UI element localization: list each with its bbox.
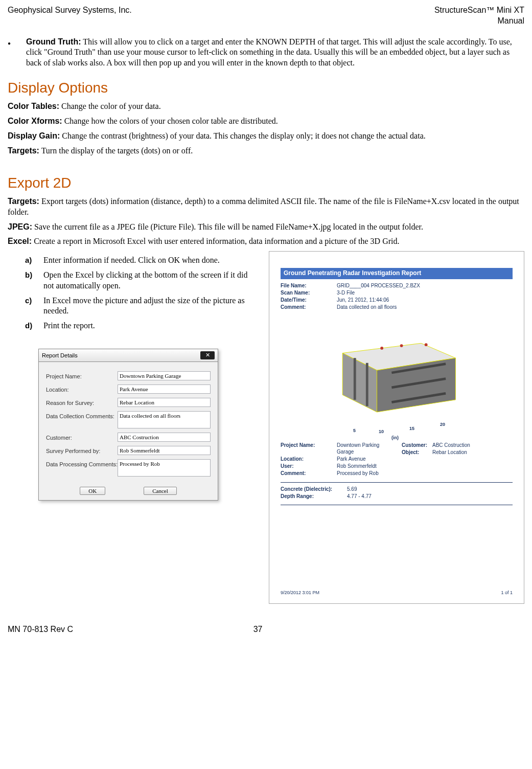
targets-display-label: Targets: [8, 146, 39, 155]
color-xforms-text: Change how the colors of your chosen col… [62, 117, 278, 125]
report-footer-date: 9/20/2012 3:01 PM [281, 590, 319, 596]
display-gain-label: Display Gain: [8, 131, 60, 140]
report-footer: 9/20/2012 3:01 PM 1 of 1 [281, 590, 513, 596]
dialog-titlebar: Report Details ✕ [39, 349, 218, 362]
ground-truth-text: Ground Truth: This will allow you to cli… [26, 37, 524, 69]
performed-by-input[interactable] [118, 446, 211, 455]
excel-report-preview: Ground Penetrating Radar Investigation R… [269, 251, 524, 604]
dialog-body: Project Name: Location: Reason for Surve… [39, 362, 218, 484]
axis-unit: (in) [391, 435, 399, 441]
analysis-depth: Depth Range:4.77 - 4.77 [281, 493, 513, 500]
meta-file-name: File Name:GRID____004 PROCESSED_2.BZX [281, 282, 513, 289]
field-performed-by: Survey Performed by: [46, 446, 211, 455]
page-footer: MN 70-813 Rev C 37 [8, 624, 524, 635]
svg-point-10 [425, 343, 428, 346]
ground-truth-bullet: ● Ground Truth: This will allow you to c… [8, 37, 524, 69]
proj-user: User:Rob Sommerfeldt [281, 463, 391, 469]
project-name-input[interactable] [118, 371, 211, 380]
dialog-buttons: OK Cancel [39, 484, 218, 500]
proc-comments-label: Data Processing Comments: [46, 459, 118, 468]
step-c-marker: c) [25, 296, 43, 317]
display-gain-text: Change the contrast (brightness) of your… [60, 131, 426, 140]
meta-scan-name: Scan Name:3-D File [281, 289, 513, 296]
header-left: Geophysical Survey Systems, Inc. [8, 5, 132, 27]
cancel-button[interactable]: Cancel [144, 487, 177, 495]
data-comments-label: Data Collection Comments: [46, 411, 118, 420]
step-d: d)Print the report. [25, 321, 259, 331]
customer-input[interactable] [118, 433, 211, 442]
color-xforms-para: Color Xforms: Change how the colors of y… [8, 116, 524, 127]
ground-truth-label: Ground Truth: [26, 37, 81, 46]
proj-customer: Customer:ABC Costruction [402, 442, 513, 448]
step-d-text: Print the report. [43, 321, 259, 331]
axis-tick-15: 15 [409, 426, 414, 432]
reason-input[interactable] [118, 398, 211, 407]
location-input[interactable] [118, 384, 211, 394]
field-data-comments: Data Collection Comments:Data collected … [46, 411, 211, 428]
location-label: Location: [46, 384, 118, 393]
dialog-title-text: Report Details [42, 352, 78, 359]
color-tables-text: Change the color of your data. [59, 102, 161, 110]
export-targets-text: Export targets (dots) information (dista… [8, 197, 519, 216]
footer-doc-id: MN 70-813 Rev C [8, 624, 73, 635]
meta-date-time: Date/Time:Jun, 21 2012, 11:44:06 [281, 297, 513, 303]
targets-display-para: Targets: Turn the display of the targets… [8, 146, 524, 156]
color-tables-label: Color Tables: [8, 102, 59, 110]
axis-tick-10: 10 [379, 429, 384, 435]
bullet-dot-icon: ● [8, 37, 26, 69]
export-jpeg-text: Save the current file as a JPEG file (Pi… [32, 222, 423, 231]
display-gain-para: Display Gain: Change the contrast (brigh… [8, 131, 524, 142]
axis-tick-5: 5 [353, 428, 356, 434]
customer-label: Customer: [46, 433, 118, 441]
export-2d-heading: Export 2D [8, 174, 524, 192]
field-customer: Customer: [46, 433, 211, 442]
export-targets-label: Targets: [8, 197, 39, 206]
data-comments-input[interactable]: Data collected on all floors [118, 411, 211, 428]
color-xforms-label: Color Xforms: [8, 117, 62, 125]
proj-location: Location:Park Avenue [281, 456, 391, 462]
export-targets-para: Targets: Export targets (dots) informati… [8, 196, 524, 218]
page-header: Geophysical Survey Systems, Inc. Structu… [8, 5, 524, 27]
step-a-text: Enter information if needed. Click on OK… [43, 255, 259, 266]
display-options-heading: Display Options [8, 79, 524, 97]
ok-button[interactable]: OK [80, 487, 105, 495]
report-details-dialog: Report Details ✕ Project Name: Location:… [38, 349, 218, 501]
close-icon[interactable]: ✕ [200, 351, 215, 359]
step-d-marker: d) [25, 321, 43, 331]
export-jpeg-para: JPEG: Save the current file as a JPEG fi… [8, 222, 524, 233]
report-title-bar: Ground Penetrating Radar Investigation R… [281, 268, 513, 279]
project-meta-left: Project Name:Downtown Parking Garage Loc… [281, 441, 391, 477]
export-excel-label: Excel: [8, 237, 32, 245]
report-footer-page: 1 of 1 [501, 590, 513, 596]
left-column: a)Enter information if needed. Click on … [8, 251, 259, 501]
reason-label: Reason for Survey: [46, 398, 118, 406]
proj-name: Project Name:Downtown Parking Garage [281, 442, 391, 455]
report-analysis-meta: Concrete (Dielectric):5.69 Depth Range:4… [281, 486, 513, 500]
svg-point-8 [380, 347, 383, 350]
step-a: a)Enter information if needed. Click on … [25, 255, 259, 266]
report-project-meta: Project Name:Downtown Parking Garage Loc… [281, 441, 513, 477]
step-a-marker: a) [25, 255, 43, 266]
export-jpeg-label: JPEG: [8, 222, 32, 231]
header-product: StructureScan™ Mini XT [434, 5, 524, 16]
field-project-name: Project Name: [46, 371, 211, 380]
footer-spacer [443, 624, 524, 635]
export-excel-para: Excel: Create a report in Microsoft Exce… [8, 236, 524, 247]
step-c: c)In Excel move the picture and adjust t… [25, 296, 259, 317]
proj-comment: Comment:Processed by Rob [281, 470, 391, 477]
footer-page-number: 37 [253, 624, 263, 635]
field-proc-comments: Data Processing Comments:Processed by Ro… [46, 459, 211, 477]
project-name-label: Project Name: [46, 371, 118, 380]
header-doc-type: Manual [434, 16, 524, 27]
field-location: Location: [46, 384, 211, 394]
proc-comments-input[interactable]: Processed by Rob [118, 459, 211, 477]
divider-2 [281, 505, 513, 505]
report-3d-graphic: 5 10 15 20 (in) [317, 320, 476, 437]
field-reason: Reason for Survey: [46, 398, 211, 407]
export-excel-text: Create a report in Microsoft Excel with … [32, 237, 399, 245]
analysis-dielectric: Concrete (Dielectric):5.69 [281, 486, 513, 492]
project-meta-right: Customer:ABC Costruction Object:Rebar Lo… [402, 441, 513, 477]
color-tables-para: Color Tables: Change the color of your d… [8, 101, 524, 112]
report-file-meta: File Name:GRID____004 PROCESSED_2.BZX Sc… [281, 282, 513, 310]
performed-by-label: Survey Performed by: [46, 446, 118, 455]
